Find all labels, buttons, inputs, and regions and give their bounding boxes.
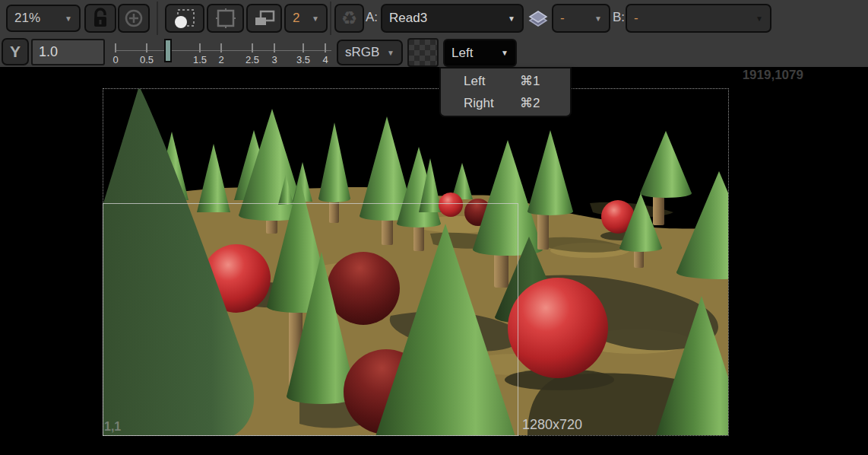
slider-tick	[303, 43, 304, 52]
zoom-level-value: 21%	[14, 11, 40, 26]
image-bounding-box	[103, 88, 729, 436]
slider-track	[116, 50, 331, 51]
menu-item-label: Left	[464, 74, 485, 89]
slider-tick	[115, 43, 116, 52]
slider-tick-label: 3.5	[296, 54, 310, 65]
chevron-down-icon: ▼	[756, 14, 763, 23]
slider-tick-label: 1.5	[193, 54, 207, 65]
viewer-toolbar: 21% ▼	[0, 0, 868, 67]
slider-tick-label: 4	[322, 54, 328, 65]
zoom-level-dropdown[interactable]: 21% ▼	[6, 5, 81, 32]
chevron-down-icon: ▼	[65, 14, 72, 23]
input-b-dropdown[interactable]: - ▼	[626, 4, 771, 33]
input-b-value: -	[634, 11, 638, 26]
gain-region-button[interactable]	[207, 4, 244, 33]
nuke-viewer-window: 21% ▼	[0, 0, 868, 455]
slider-tick-label: 2.5	[246, 54, 259, 65]
proxy-mode-button[interactable]	[246, 4, 282, 33]
slider-tick	[220, 43, 222, 52]
chevron-down-icon: ▼	[501, 49, 508, 57]
input-a-dropdown[interactable]: Read3 ▼	[381, 4, 524, 33]
downrez-value: 2	[293, 11, 299, 26]
gamma-toggle-button[interactable]: Y	[2, 38, 29, 65]
colorspace-dropdown[interactable]: sRGB ▼	[337, 40, 403, 65]
wipe-layers-icon[interactable]	[526, 6, 550, 30]
colorspace-value: sRGB	[345, 45, 379, 60]
slider-tick	[199, 43, 201, 52]
chevron-down-icon: ▼	[508, 14, 515, 23]
refresh-icon: ♻	[341, 9, 358, 27]
menu-item-shortcut: ⌘2	[520, 95, 540, 111]
chevron-down-icon: ▼	[312, 14, 319, 23]
refresh-button[interactable]: ♻	[334, 4, 364, 33]
viewer-canvas[interactable]: 1919,1079 1,1 1280x720 Left ⌘1 Right ⌘2	[0, 67, 868, 455]
layer-value: -	[560, 11, 565, 26]
render-scene	[103, 89, 728, 435]
frame-box-icon	[214, 7, 237, 30]
chevron-down-icon: ▼	[594, 14, 602, 23]
slider-handle[interactable]	[164, 39, 172, 62]
roi-icon	[173, 7, 197, 30]
gamma-y-icon: Y	[10, 43, 21, 61]
slider-tick	[252, 43, 253, 52]
view-menu-item-right[interactable]: Right ⌘2	[441, 92, 570, 114]
slider-tick	[274, 43, 275, 52]
proxy-icon	[253, 8, 276, 29]
input-a-label: A:	[366, 10, 378, 25]
lock-icon	[90, 8, 110, 29]
gamma-value-field[interactable]: 1.0	[31, 39, 105, 65]
slider-tick-label: 2	[218, 54, 223, 65]
layer-dropdown[interactable]: - ▼	[552, 4, 610, 33]
menu-item-shortcut: ⌘1	[520, 73, 540, 89]
view-menu: Left ⌘1 Right ⌘2	[439, 67, 572, 117]
red-sphere	[439, 192, 463, 217]
plus-circle-icon	[123, 8, 144, 29]
red-sphere-large	[508, 278, 608, 378]
toolbar-separator	[157, 2, 158, 35]
cursor-coordinates: 1919,1079	[743, 68, 803, 83]
lock-zoom-button[interactable]	[84, 4, 116, 33]
slider-tick-label: 3	[271, 54, 277, 65]
red-sphere	[327, 252, 400, 325]
add-viewer-button[interactable]	[118, 4, 150, 33]
gamma-value: 1.0	[39, 44, 58, 60]
toolbar-separator	[330, 2, 331, 35]
downrez-dropdown[interactable]: 2 ▼	[284, 4, 328, 33]
gain-slider[interactable]: 00.51.522.533.54	[114, 37, 336, 67]
menu-item-label: Right	[464, 96, 494, 111]
slider-tick	[146, 43, 147, 52]
slider-tick-label: 0.5	[140, 54, 154, 65]
input-a-value: Read3	[389, 11, 427, 26]
view-value: Left	[451, 46, 473, 61]
view-dropdown[interactable]: Left ▼	[443, 39, 517, 67]
slider-tick	[325, 43, 326, 52]
slider-tick-label: 0	[112, 54, 118, 65]
roi-button[interactable]	[165, 4, 204, 33]
chevron-down-icon: ▼	[387, 49, 394, 57]
background-checker-swatch[interactable]	[407, 38, 439, 67]
input-b-label: B:	[613, 10, 625, 25]
view-menu-item-left[interactable]: Left ⌘1	[441, 70, 570, 92]
